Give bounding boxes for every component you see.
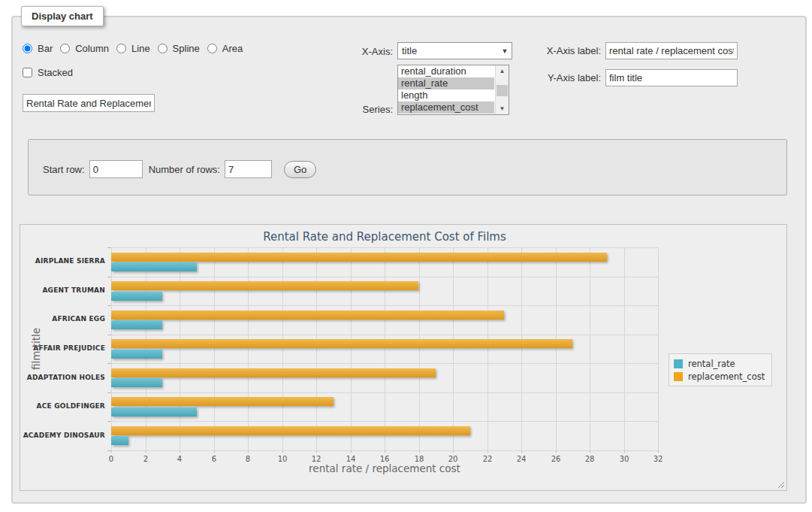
x-axis-select[interactable]: title ▼	[397, 42, 512, 59]
bar-replacement_cost[interactable]	[111, 426, 470, 435]
radio-spline-label[interactable]: Spline	[173, 43, 200, 54]
chart-title: Rental Rate and Replacement Cost of Film…	[111, 230, 658, 244]
bar-replacement_cost[interactable]	[111, 311, 504, 320]
gridline-h	[111, 450, 658, 451]
bar-rental_rate[interactable]	[111, 262, 197, 271]
gridline-v	[590, 247, 590, 450]
stacked-row: Stacked	[23, 66, 73, 78]
radio-bar[interactable]	[23, 44, 32, 53]
gridline-v	[180, 247, 180, 450]
gridline-h	[111, 277, 658, 277]
legend-item[interactable]: rental_rate	[674, 357, 765, 370]
scrollbar-thumb[interactable]	[497, 85, 508, 96]
radio-column[interactable]	[60, 44, 70, 53]
gridline-v	[385, 247, 385, 450]
bar-rental_rate[interactable]	[111, 350, 162, 359]
gridline-v	[556, 247, 557, 450]
radio-bar-label[interactable]: Bar	[38, 43, 53, 54]
legend-swatch-replacement_cost	[674, 372, 683, 381]
bar-rental_rate[interactable]	[111, 320, 162, 329]
gridline-h	[111, 335, 658, 335]
gridline-h	[111, 421, 658, 422]
radio-line[interactable]	[116, 44, 126, 53]
num-rows-input[interactable]	[225, 160, 272, 178]
row-range-box: Start row: Number of rows: Go	[28, 139, 787, 195]
legend-label: replacement_cost	[688, 371, 765, 382]
row-range-form: Start row: Number of rows: Go	[43, 159, 316, 179]
start-row-input[interactable]	[89, 160, 143, 178]
x-axis-select-value: title	[398, 45, 498, 56]
y-axis-label-label: Y-Axis label:	[526, 72, 601, 83]
fieldset-legend: Display chart	[21, 6, 104, 26]
series-option-length[interactable]: length	[398, 89, 494, 101]
series-option-rental-rate[interactable]: rental_rate	[398, 77, 494, 89]
bar-rental_rate[interactable]	[111, 436, 128, 445]
stacked-checkbox[interactable]	[23, 68, 32, 77]
legend-item[interactable]: replacement_cost	[674, 370, 765, 383]
bar-replacement_cost[interactable]	[111, 339, 572, 348]
plot-area: 02468101214161820222426283032AIRPLANE SI…	[111, 247, 658, 450]
radio-spline[interactable]	[158, 44, 168, 53]
gridline-v	[248, 247, 249, 450]
series-list-label: Series:	[318, 104, 393, 115]
bar-replacement_cost[interactable]	[111, 368, 436, 377]
radio-area-label[interactable]: Area	[222, 43, 243, 54]
x-axis-tick	[658, 450, 659, 453]
bar-replacement_cost[interactable]	[111, 397, 334, 406]
legend-swatch-rental_rate	[674, 359, 683, 368]
y-axis-tick	[107, 305, 111, 306]
y-axis-label-input[interactable]	[605, 69, 738, 86]
series-scrollbar[interactable]: ▲ ▼	[495, 65, 509, 114]
gridline-h	[111, 392, 658, 393]
start-row-label: Start row:	[43, 164, 85, 175]
bar-rental_rate[interactable]	[111, 378, 162, 387]
bar-replacement_cost[interactable]	[111, 281, 418, 290]
y-axis-tick	[107, 450, 111, 451]
scroll-down-icon[interactable]: ▼	[496, 103, 509, 114]
gridline-v	[316, 247, 317, 450]
y-axis-tick	[107, 392, 111, 393]
gridline-v	[453, 247, 454, 450]
stacked-label[interactable]: Stacked	[38, 67, 73, 78]
gridline-v	[521, 247, 522, 450]
x-axis-label-label: X-Axis label:	[526, 45, 601, 56]
y-axis-tick	[107, 335, 111, 335]
gridline-h	[111, 305, 658, 306]
bar-replacement_cost[interactable]	[111, 253, 607, 262]
gridline-v	[419, 247, 420, 450]
bar-rental_rate[interactable]	[111, 407, 197, 417]
y-axis-title: film title	[30, 274, 42, 424]
category-label: AIRPLANE SIERRA	[20, 257, 105, 265]
chevron-down-icon: ▼	[498, 47, 512, 55]
gridline-v	[351, 247, 352, 450]
chart-legend: rental_ratereplacement_cost	[669, 353, 772, 386]
x-axis-title: rental rate / replacement cost	[111, 462, 658, 474]
series-multiselect[interactable]: rental_duration rental_rate length repla…	[397, 65, 509, 115]
gridline-v	[488, 247, 488, 450]
scroll-up-icon[interactable]: ▲	[496, 65, 509, 77]
resize-handle-icon[interactable]	[777, 480, 784, 488]
num-rows-label: Number of rows:	[149, 164, 220, 175]
gridline-h	[111, 363, 658, 364]
gridline-h	[111, 247, 658, 248]
category-label: ACADEMY DINOSAUR	[20, 432, 105, 439]
gridline-v	[214, 247, 215, 450]
chart-type-radios: Bar Column Line Spline Area	[23, 42, 247, 54]
x-axis-select-label: X-Axis:	[318, 46, 393, 57]
gridline-v	[282, 247, 283, 450]
gridline-v	[624, 247, 625, 450]
radio-area[interactable]	[207, 44, 217, 53]
gridline-v	[658, 247, 659, 450]
series-option-rental-duration[interactable]: rental_duration	[398, 65, 494, 77]
chart-container: Rental Rate and Replacement Cost of Film…	[20, 224, 787, 491]
chart-title-input[interactable]	[23, 94, 155, 112]
y-axis-tick	[107, 421, 111, 422]
y-axis-tick	[107, 277, 111, 277]
series-option-replacement-cost[interactable]: replacement_cost	[398, 101, 494, 114]
radio-line-label[interactable]: Line	[131, 43, 150, 54]
x-axis-label-input[interactable]	[605, 42, 738, 59]
radio-column-label[interactable]: Column	[75, 43, 109, 54]
go-button[interactable]: Go	[284, 161, 316, 178]
y-axis-tick	[107, 247, 111, 248]
bar-rental_rate[interactable]	[111, 292, 162, 301]
